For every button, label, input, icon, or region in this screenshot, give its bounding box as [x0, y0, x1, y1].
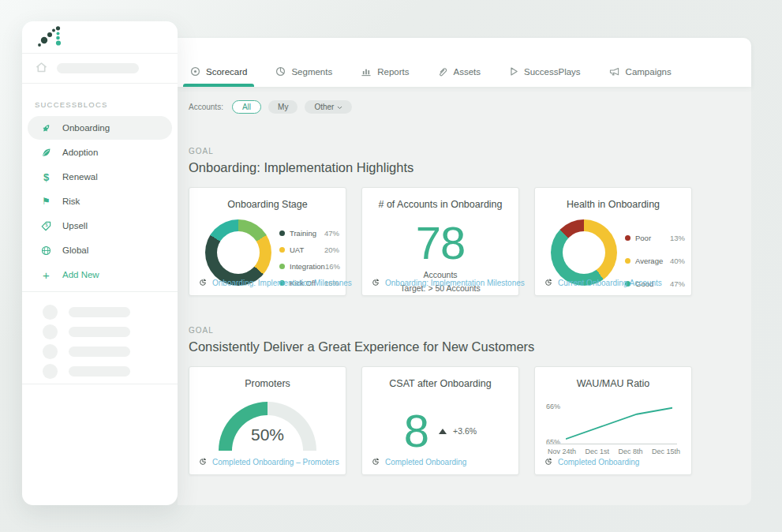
x-tick-label: Nov 24th — [548, 448, 576, 455]
card-title: Health in Onboarding — [544, 199, 682, 210]
legend-dot — [625, 235, 630, 241]
x-tick-label: Dec 8th — [618, 448, 642, 455]
sidebar-item-risk[interactable]: ⚑ Risk — [28, 189, 172, 213]
sidebar-item-label: Onboarding — [62, 123, 110, 133]
skeleton-bar — [69, 327, 130, 337]
logo-row — [22, 21, 178, 54]
sidebar-item-label: Upsell — [62, 221, 88, 230]
card-footer-link[interactable]: Completed Onboarding — [372, 457, 466, 467]
legend-dot — [279, 247, 285, 253]
promoters-value: 50% — [189, 425, 346, 444]
legend-row: Training 47% — [279, 229, 339, 238]
legend-row: UAT 20% — [279, 245, 339, 254]
home-label-placeholder — [57, 63, 139, 73]
accounts-filter-label: Accounts: — [189, 103, 223, 111]
sidebar-item-adoption[interactable]: Adoption — [28, 140, 172, 164]
trend-line — [566, 400, 672, 444]
tab-campaigns[interactable]: Campaigns — [605, 66, 675, 87]
card-onboarding-stage: Onboarding Stage Training 47% UAT — [189, 187, 346, 296]
play-icon — [509, 66, 518, 77]
tab-successplays[interactable]: SuccessPlays — [505, 66, 585, 87]
dashboard-page: Scorecard Segments Reports Assets — [0, 0, 782, 532]
legend-value: 16% — [325, 262, 340, 271]
card-title: CSAT after Onboarding — [372, 378, 509, 389]
x-axis-labels: Nov 24th Dec 1st Dec 8th Dec 15th — [548, 448, 680, 455]
sidebar-item-home[interactable] — [22, 54, 178, 84]
card-title: WAU/MAU Ratio — [544, 378, 682, 389]
card-footer-link[interactable]: Onboarding: Implementation Milestones — [199, 278, 352, 288]
skeleton-avatar — [43, 364, 58, 379]
accounts-filter-row: Accounts: All My Other — [189, 100, 751, 114]
legend-label: Average — [635, 257, 663, 265]
card-promoters: Promoters 50% Completed Onboarding – Pro… — [189, 366, 346, 475]
pie-chart-icon — [544, 457, 553, 467]
tab-label: Campaigns — [626, 67, 672, 77]
legend-label: Integration — [290, 262, 325, 271]
health-legend: Poor 13% Average 40% Good 47% — [625, 234, 685, 302]
pie-chart-icon — [199, 278, 208, 288]
y-axis-label-top: 66% — [546, 403, 560, 410]
card-wau-mau-ratio: WAU/MAU Ratio 66% 65% Nov 24th Dec 1st D… — [534, 366, 692, 475]
card-footer-link[interactable]: Completed Onboarding – Promoters — [199, 457, 339, 467]
legend-value: 13% — [670, 234, 685, 242]
reports-bars-icon — [361, 66, 372, 77]
tab-reports[interactable]: Reports — [357, 66, 413, 87]
chevron-down-icon — [337, 103, 342, 111]
filter-pill-all[interactable]: All — [232, 100, 261, 114]
filter-pill-other[interactable]: Other — [305, 100, 352, 114]
tab-assets[interactable]: Assets — [433, 66, 485, 87]
sidebar-item-label: Adoption — [62, 148, 98, 157]
footer-link-label: Completed Onboarding – Promoters — [212, 458, 339, 466]
sidebar-item-onboarding[interactable]: Onboarding — [28, 116, 172, 140]
tab-label: SuccessPlays — [524, 67, 581, 77]
main-content-surface: Scorecard Segments Reports Assets — [178, 38, 751, 505]
sidebar-item-global[interactable]: Global — [28, 238, 172, 262]
trend-up-icon — [439, 429, 447, 434]
flag-icon: ⚑ — [40, 196, 52, 207]
card-accounts-in-onboarding: # of Accounts in Onboarding 78 Accounts … — [361, 187, 519, 296]
pie-chart-icon — [199, 457, 208, 467]
y-axis-label-bottom: 65% — [546, 438, 560, 446]
skeleton-avatar — [43, 324, 58, 339]
pie-chart-icon — [544, 278, 553, 288]
tab-scorecard[interactable]: Scorecard — [186, 66, 251, 87]
dollar-icon: $ — [40, 171, 52, 183]
rocket-icon — [40, 123, 52, 133]
health-donut-chart — [551, 219, 617, 286]
pie-chart-icon — [372, 457, 380, 467]
footer-link-label: Onboarding: Implementation Milestones — [212, 279, 352, 287]
globe-icon — [40, 245, 52, 256]
sidebar-item-upsell[interactable]: $ Upsell — [28, 214, 172, 238]
filter-pill-my[interactable]: My — [268, 100, 297, 114]
donut-hole — [217, 231, 260, 274]
tab-label: Reports — [377, 67, 409, 77]
legend-row: Integration 16% — [279, 262, 339, 271]
card-footer-link[interactable]: Onboarding: Implementation Milestones — [372, 278, 525, 288]
tab-segments[interactable]: Segments — [271, 66, 336, 87]
card-title: # of Accounts in Onboarding — [372, 199, 509, 210]
sidebar-add-new-button[interactable]: + Add New — [28, 263, 172, 287]
onboarding-stage-donut-chart — [205, 219, 271, 286]
segments-pie-icon — [275, 66, 286, 77]
sidebar-item-renewal[interactable]: $ Renewal — [28, 165, 172, 189]
svg-text:$: $ — [46, 222, 48, 227]
paperclip-icon — [437, 66, 447, 77]
footer-link-label: Completed Onboarding — [558, 458, 639, 466]
goal-2-kicker: GOAL — [189, 326, 751, 335]
legend-label: Poor — [635, 234, 651, 242]
leaf-icon — [40, 148, 52, 158]
donut-hole — [563, 231, 605, 274]
tab-label: Assets — [453, 67, 481, 77]
home-icon — [35, 61, 48, 77]
footer-link-label: Onboarding: Implementation Milestones — [385, 279, 525, 287]
card-footer-link[interactable]: Completed Onboarding — [544, 457, 639, 467]
megaphone-icon — [609, 66, 620, 77]
card-title: Onboarding Stage — [199, 199, 336, 210]
goal-1-kicker: GOAL — [189, 147, 751, 155]
skeleton-bar — [69, 347, 130, 357]
goal-2-title: Consistently Deliver a Great Experience … — [189, 339, 751, 354]
footer-link-label: Completed Onboarding — [385, 458, 466, 466]
sidebar-item-label: Renewal — [62, 172, 98, 182]
skeleton-avatar — [43, 344, 58, 359]
card-footer-link[interactable]: Current Onboarding Accounts — [544, 278, 662, 288]
